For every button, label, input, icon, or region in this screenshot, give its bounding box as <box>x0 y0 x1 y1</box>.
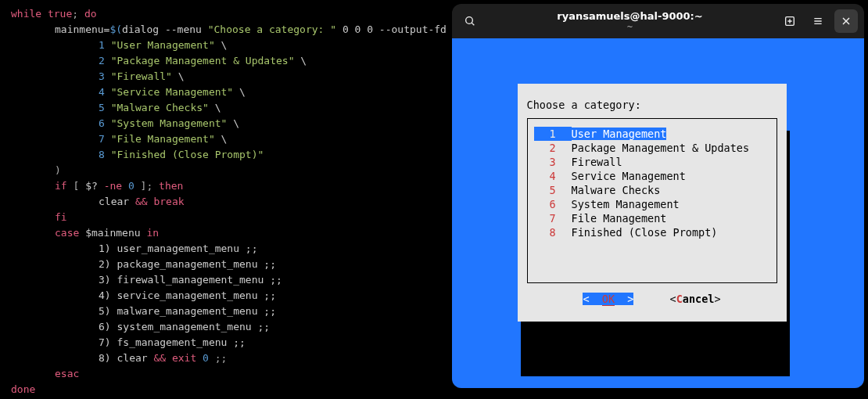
terminal-subtitle: ~ <box>482 23 778 32</box>
dialog-menu-item-label: Service Management <box>572 169 771 183</box>
code-line: 1 "User Management" \ <box>11 38 452 53</box>
code-line: 3 "Firewall" \ <box>11 69 452 84</box>
dialog-box: Choose a category: 1User Management2Pack… <box>518 84 787 322</box>
dialog-menu-item-label: Package Management & Updates <box>572 141 771 155</box>
dialog-menu-item-label: Finished (Close Prompt) <box>572 225 771 239</box>
code-line: 2) package_management_menu ;; <box>11 257 452 272</box>
code-line: 4) service_management_menu ;; <box>11 288 452 304</box>
close-icon[interactable] <box>834 9 858 33</box>
dialog-menu-item-tag: 2 <box>534 141 572 155</box>
code-line: 7 "File Management" \ <box>11 131 452 147</box>
code-line: 1) user_management_menu ;; <box>11 241 452 257</box>
dialog-menu-item-label: Firewall <box>572 155 771 169</box>
code-line: 8) clear && exit 0 ;; <box>11 350 452 366</box>
dialog-menu-item[interactable]: 1User Management <box>534 127 771 141</box>
dialog-menu-item[interactable]: 5Malware Checks <box>534 183 771 197</box>
code-line: mainmenu=$(dialog --menu "Choose a categ… <box>11 22 452 38</box>
code-line: done <box>11 382 452 397</box>
code-line: 4 "Service Management" \ <box>11 84 452 100</box>
dialog-menu-item-label: User Management <box>572 127 771 141</box>
code-line: fi <box>11 210 452 225</box>
code-line: 6 "System Management" \ <box>11 116 452 131</box>
code-line: 2 "Package Management & Updates" \ <box>11 53 452 69</box>
dialog-menu-item-tag: 4 <box>534 169 572 183</box>
dialog-ok-button[interactable]: < OK > <box>583 292 633 306</box>
search-icon[interactable] <box>458 9 482 33</box>
dialog-menu-item-label: System Management <box>572 197 771 211</box>
code-line: 7) fs_management_menu ;; <box>11 335 452 350</box>
code-line: 6) system_management_menu ;; <box>11 319 452 335</box>
code-line: 3) firewall_management_menu ;; <box>11 272 452 288</box>
dialog-menu-item[interactable]: 3Firewall <box>534 155 771 169</box>
hamburger-icon[interactable] <box>806 9 830 33</box>
code-line: 5) malware_management_menu ;; <box>11 304 452 319</box>
code-editor[interactable]: while true; domainmenu=$(dialog --menu "… <box>0 0 452 399</box>
dialog-menu-item[interactable]: 8Finished (Close Prompt) <box>534 225 771 239</box>
code-line: ) <box>11 163 452 178</box>
dialog-menu-item[interactable]: 4Service Management <box>534 169 771 183</box>
dialog-menu-item-tag: 8 <box>534 225 572 239</box>
terminal-body[interactable]: Choose a category: 1User Management2Pack… <box>452 38 864 388</box>
code-line: 5 "Malware Checks" \ <box>11 100 452 116</box>
dialog-menu-item-label: File Management <box>572 211 771 225</box>
dialog-menu-item[interactable]: 6System Management <box>534 197 771 211</box>
dialog-menu-item-tag: 7 <box>534 211 572 225</box>
dialog-menu-item-tag: 1 <box>534 127 572 141</box>
dialog-menu-item-tag: 5 <box>534 183 572 197</box>
code-line: case $mainmenu in <box>11 225 452 241</box>
dialog-menu-item-tag: 3 <box>534 155 572 169</box>
dialog-cancel-button[interactable]: <Cancel> <box>669 292 720 306</box>
dialog-menu-item-label: Malware Checks <box>572 183 771 197</box>
svg-point-0 <box>466 17 473 24</box>
code-line: if [ $? -ne 0 ]; then <box>11 178 452 194</box>
dialog-prompt: Choose a category: <box>527 98 777 112</box>
svg-line-1 <box>472 23 474 25</box>
dialog-button-row: < OK > <Cancel> <box>527 292 777 306</box>
new-tab-icon[interactable] <box>778 9 802 33</box>
code-line: clear && break <box>11 194 452 210</box>
dialog-menu-item[interactable]: 7File Management <box>534 211 771 225</box>
dialog-menu-frame: 1User Management2Package Management & Up… <box>527 118 777 282</box>
dialog-menu-item-tag: 6 <box>534 197 572 211</box>
code-line: while true; do <box>11 6 452 22</box>
terminal-title: ryansamuels@hal-9000:~ <box>482 10 778 23</box>
code-line: 8 "Finished (Close Prompt)" <box>11 147 452 163</box>
terminal-window: ryansamuels@hal-9000:~ ~ Choose a catego… <box>452 4 864 388</box>
dialog-menu-list[interactable]: 1User Management2Package Management & Up… <box>534 127 771 239</box>
code-line: esac <box>11 366 452 382</box>
dialog-menu-item[interactable]: 2Package Management & Updates <box>534 141 771 155</box>
terminal-titlebar: ryansamuels@hal-9000:~ ~ <box>452 4 864 38</box>
